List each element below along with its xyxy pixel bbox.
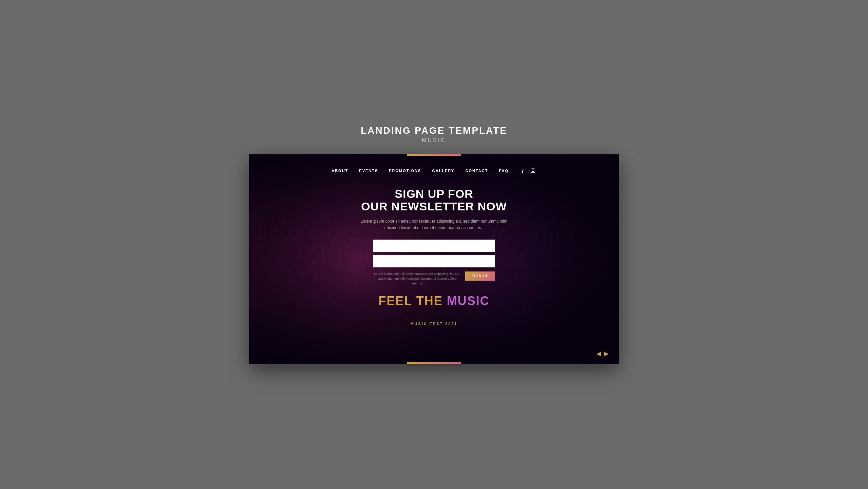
instagram-icon[interactable]	[530, 167, 536, 174]
navbar: ABOUT EVENTS PROMOTIONS GALLERY CONTACT …	[249, 154, 619, 181]
newsletter-headline: SIGN UP FOR OUR NEWSLETTER NOW	[353, 188, 515, 213]
name-input[interactable]	[373, 240, 495, 252]
svg-rect-40	[531, 169, 535, 173]
nav-item-faq[interactable]: FAQ	[499, 169, 509, 173]
signup-button[interactable]: SIGN UP	[465, 271, 495, 281]
newsletter-description: Lorem ipsum dolor sit amet, consectetuer…	[353, 218, 515, 231]
newsletter-headline-line1: SIGN UP FOR	[395, 187, 473, 200]
facebook-icon[interactable]: f	[519, 167, 526, 174]
page-header-title: LANDING PAGE TEMPLATE	[361, 125, 507, 136]
nav-item-gallery[interactable]: GALLERY	[432, 169, 454, 173]
feel-the-text: FEEL THE	[378, 294, 442, 308]
newsletter-section: SIGN UP FOR OUR NEWSLETTER NOW Lorem ips…	[353, 188, 515, 308]
nav-item-events[interactable]: EVENTS	[359, 169, 378, 173]
bottom-accent-bar	[407, 362, 461, 364]
main-content: SIGN UP FOR OUR NEWSLETTER NOW Lorem ips…	[249, 181, 619, 319]
email-input[interactable]	[373, 255, 495, 267]
nav-item-about[interactable]: ABOUT	[332, 169, 348, 173]
form-disclaimer: Lorem ipsum dolor sit amet, consectetuer…	[373, 271, 461, 286]
svg-point-41	[532, 170, 534, 172]
newsletter-headline-line2: OUR NEWSLETTER NOW	[361, 200, 507, 213]
browser-window: ABOUT EVENTS PROMOTIONS GALLERY CONTACT …	[249, 154, 619, 364]
landing-page: ABOUT EVENTS PROMOTIONS GALLERY CONTACT …	[249, 154, 619, 364]
newsletter-form	[373, 240, 495, 267]
next-arrow[interactable]: ▶	[604, 350, 609, 357]
music-text: MUSIC	[447, 294, 490, 308]
prev-arrow[interactable]: ◀	[596, 350, 601, 357]
svg-point-42	[534, 169, 534, 170]
music-fest-label: MUSIC FEST 2021	[253, 322, 615, 326]
feel-the-music: FEEL THE MUSIC	[353, 294, 515, 308]
page-header-subtitle: MUSIC	[361, 137, 507, 144]
nav-item-promotions[interactable]: PROMOTIONS	[389, 169, 421, 173]
nav-item-contact[interactable]: CONTACT	[465, 169, 488, 173]
page-header: LANDING PAGE TEMPLATE MUSIC	[361, 125, 507, 144]
form-footer: Lorem ipsum dolor sit amet, consectetuer…	[373, 271, 495, 286]
nav-social: f	[519, 167, 536, 174]
footer-area: MUSIC FEST 2021	[249, 318, 619, 329]
nav-arrows: ◀ ▶	[596, 350, 609, 357]
